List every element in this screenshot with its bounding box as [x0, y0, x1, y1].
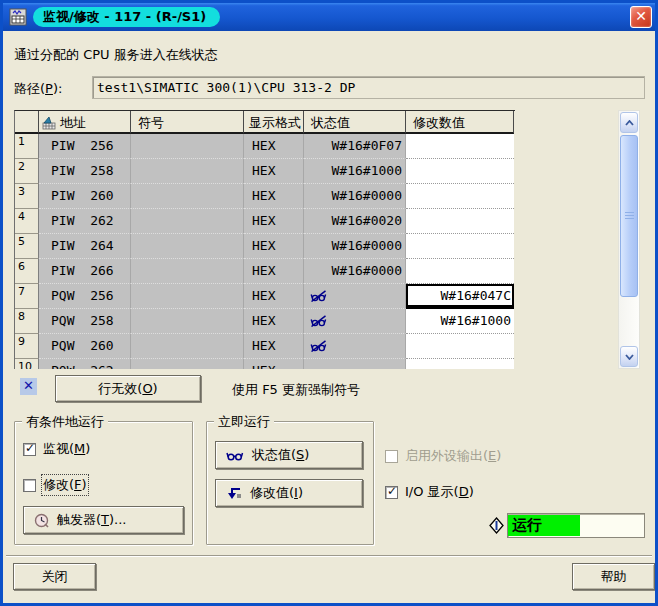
cell-display-format[interactable]: HEX — [244, 309, 304, 334]
glasses-icon — [226, 449, 244, 461]
cell-symbol[interactable] — [131, 284, 244, 309]
cell-modify-value[interactable]: W#16#1000 — [406, 309, 514, 334]
header-symbol[interactable]: 符号 — [131, 111, 244, 134]
cell-display-format[interactable]: HEX — [244, 234, 304, 259]
row-number: 10 — [15, 359, 39, 369]
cell-address[interactable]: PIW 260 — [39, 184, 131, 209]
cell-address[interactable]: PIW 256 — [39, 134, 131, 159]
cell-status-value[interactable]: W#16#0020 — [304, 209, 406, 234]
modify-value-button[interactable]: 修改值(I) — [215, 479, 363, 507]
header-row-number[interactable] — [15, 111, 39, 134]
modify-checkbox[interactable] — [23, 479, 36, 492]
cell-display-format[interactable]: HEX — [244, 284, 304, 309]
variable-table-icon — [7, 7, 29, 27]
table-row: 10PQW 262HEX — [15, 359, 515, 369]
cell-status-value[interactable]: W#16#1000 — [304, 159, 406, 184]
cell-modify-value[interactable] — [406, 334, 514, 359]
table-scrollbar[interactable] — [618, 110, 640, 369]
scrollbar-grip — [625, 212, 634, 220]
cell-address[interactable]: PIW 266 — [39, 259, 131, 284]
cell-address[interactable]: PIW 264 — [39, 234, 131, 259]
io-display-checkbox[interactable] — [385, 486, 398, 499]
path-label: 路径(P): — [14, 80, 62, 98]
row-invalid-icon: ✕ — [20, 378, 37, 395]
cell-address[interactable]: PIW 258 — [39, 159, 131, 184]
row-number: 8 — [15, 309, 39, 334]
cell-display-format[interactable]: HEX — [244, 134, 304, 159]
f5-hint-text: 使用 F5 更新强制符号 — [232, 381, 360, 399]
cell-address[interactable]: PQW 256 — [39, 284, 131, 309]
row-number: 2 — [15, 159, 39, 184]
cell-display-format[interactable]: HEX — [244, 159, 304, 184]
cell-modify-value[interactable] — [406, 259, 514, 284]
cell-modify-value[interactable] — [406, 359, 514, 369]
cell-status-value[interactable] — [304, 334, 406, 359]
cell-display-format[interactable]: HEX — [244, 334, 304, 359]
table-header: 地址 符号 显示格式 状态值 修改数值 — [15, 111, 515, 134]
row-invalid-button[interactable]: 行无效(O) — [55, 375, 201, 402]
footer-separator — [6, 555, 652, 557]
scroll-up-icon[interactable] — [620, 112, 638, 133]
cell-modify-value[interactable] — [406, 134, 514, 159]
cell-display-format[interactable]: HEX — [244, 184, 304, 209]
scroll-down-icon[interactable] — [620, 346, 638, 367]
cell-symbol[interactable] — [131, 234, 244, 259]
cell-status-value[interactable]: W#16#0000 — [304, 184, 406, 209]
address-sort-icon — [42, 116, 56, 130]
cell-symbol[interactable] — [131, 309, 244, 334]
cell-status-value[interactable]: W#16#0000 — [304, 259, 406, 284]
cell-modify-value[interactable]: W#16#047C — [406, 284, 514, 309]
cell-status-value[interactable] — [304, 284, 406, 309]
cell-address[interactable]: PQW 260 — [39, 334, 131, 359]
cell-address[interactable]: PQW 262 — [39, 359, 131, 369]
cell-symbol[interactable] — [131, 209, 244, 234]
enable-peripheral-checkbox — [385, 450, 398, 463]
help-button[interactable]: 帮助 — [572, 563, 655, 590]
cell-modify-value[interactable] — [406, 209, 514, 234]
cell-symbol[interactable] — [131, 159, 244, 184]
monitor-blocked-icon — [310, 340, 327, 352]
cell-symbol[interactable] — [131, 259, 244, 284]
close-dialog-button[interactable]: 关闭 — [13, 563, 96, 590]
group-run-conditionally-title: 有条件地运行 — [22, 413, 108, 431]
trigger-button[interactable]: 触发器(T)... — [23, 506, 184, 534]
clock-icon — [34, 513, 49, 528]
row-number: 3 — [15, 184, 39, 209]
row-number: 7 — [15, 284, 39, 309]
cell-modify-value[interactable] — [406, 184, 514, 209]
dialog-body: 通过分配的 CPU 服务进入在线状态 路径(P): test1\SIMATIC … — [3, 31, 655, 603]
cell-status-value[interactable] — [304, 309, 406, 334]
cell-display-format[interactable]: HEX — [244, 359, 304, 369]
header-modify-value[interactable]: 修改数值 — [406, 111, 514, 134]
cell-symbol[interactable] — [131, 184, 244, 209]
cell-status-value[interactable]: W#16#0000 — [304, 234, 406, 259]
cell-symbol[interactable] — [131, 334, 244, 359]
group-run-immediately: 立即运行 状态值(S) — [206, 421, 374, 545]
scrollbar-thumb[interactable] — [620, 135, 638, 297]
cell-status-value[interactable] — [304, 359, 406, 369]
cell-address[interactable]: PIW 262 — [39, 209, 131, 234]
table-row: 1PIW 256HEXW#16#0F07 — [15, 134, 515, 159]
cell-display-format[interactable]: HEX — [244, 209, 304, 234]
run-status-text: 运行 — [508, 515, 580, 536]
cell-display-format[interactable]: HEX — [244, 259, 304, 284]
path-field[interactable]: test1\SIMATIC 300(1)\CPU 313-2 DP — [92, 76, 645, 99]
cell-modify-value[interactable] — [406, 234, 514, 259]
cell-symbol[interactable] — [131, 134, 244, 159]
cell-symbol[interactable] — [131, 359, 244, 369]
cell-modify-value[interactable] — [406, 159, 514, 184]
monitor-blocked-icon — [310, 290, 327, 302]
monitor-checkbox[interactable] — [23, 443, 36, 456]
header-status-value[interactable]: 状态值 — [304, 111, 406, 134]
header-address[interactable]: 地址 — [39, 111, 131, 134]
run-status-diamond-icon — [489, 517, 504, 534]
cell-status-value[interactable]: W#16#0F07 — [304, 134, 406, 159]
monitor-modify-dialog: 监视/修改 - 117 - (R-/S1) ✕ 通过分配的 CPU 服务进入在线… — [0, 0, 658, 606]
variable-table: 地址 符号 显示格式 状态值 修改数值 1PIW 256HEXW#16#0F07… — [14, 110, 515, 369]
close-button[interactable]: ✕ — [630, 6, 652, 28]
cell-address[interactable]: PQW 258 — [39, 309, 131, 334]
title-bar[interactable]: 监视/修改 - 117 - (R-/S1) ✕ — [3, 3, 655, 31]
header-display-format[interactable]: 显示格式 — [244, 111, 304, 134]
group-run-immediately-title: 立即运行 — [214, 413, 274, 431]
status-value-button[interactable]: 状态值(S) — [215, 441, 363, 469]
